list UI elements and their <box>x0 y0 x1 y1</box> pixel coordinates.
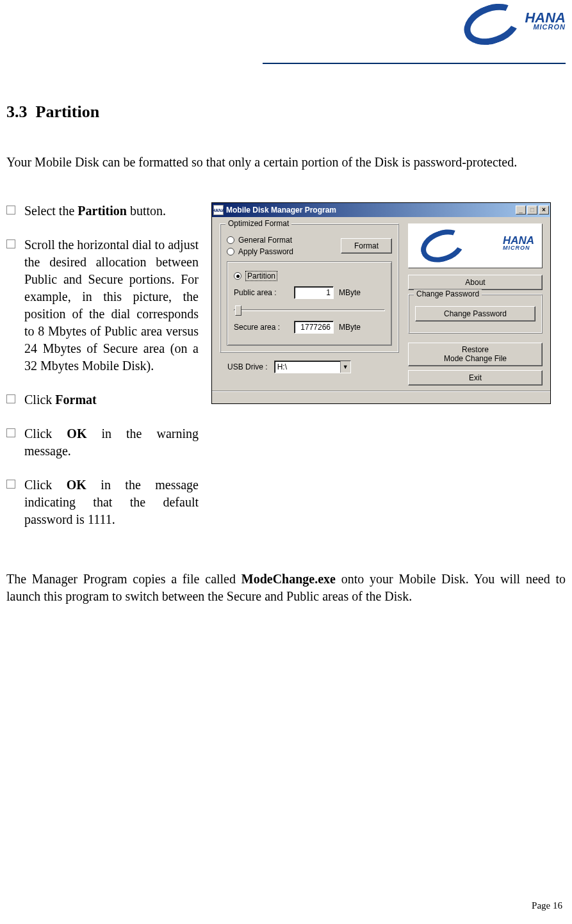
brand-logo-panel: HANA MICRON <box>408 223 543 268</box>
chevron-down-icon: ▼ <box>340 361 350 373</box>
logo-text: HANA MICRON <box>525 12 566 31</box>
general-format-radio[interactable]: General Format <box>227 236 341 245</box>
unit-label: MByte <box>339 323 361 332</box>
slider-track <box>234 309 385 311</box>
step-text: Click <box>24 393 55 407</box>
outro-bold: ModeChange.exe <box>241 572 336 586</box>
minimize-button[interactable]: _ <box>516 206 526 215</box>
page-header: HANA MICRON <box>263 0 566 64</box>
unit-label: MByte <box>339 288 361 297</box>
intro-paragraph: Your Mobile Disk can be formatted so tha… <box>6 154 566 170</box>
select-value: H:\ <box>275 361 340 373</box>
usb-drive-select[interactable]: H:\ ▼ <box>274 361 351 373</box>
radio-icon <box>227 248 234 255</box>
section-title: Partition <box>36 102 100 121</box>
radio-label: General Format <box>238 236 292 245</box>
radio-icon <box>227 236 234 244</box>
steps-list: Select the Partition button. Scroll the … <box>6 202 199 545</box>
section-heading: 3.3 Partition <box>6 102 566 122</box>
change-password-group: Change Password <box>408 294 543 334</box>
app-window: HANA Mobile Disk Manager Program _ □ × G… <box>211 202 551 404</box>
button-line: Mode Change File <box>444 354 507 363</box>
page-number: Page 16 <box>532 900 562 911</box>
step-bold: OK <box>67 426 86 441</box>
checkbox-icon <box>6 428 15 437</box>
step-bold: Format <box>55 393 96 407</box>
step-5: Click OK in the message indicating that … <box>6 476 199 528</box>
outro-text: The Manager Program copies a file called <box>6 572 241 586</box>
public-area-label: Public area : <box>234 288 289 297</box>
step-2: Scroll the horizontal dial to adjust the… <box>6 236 199 375</box>
usb-drive-label: USB Drive : <box>227 362 268 371</box>
partition-group: Partition Public area : MByte Secur <box>227 261 392 346</box>
button-line: Restore <box>462 345 489 354</box>
step-text: Click <box>24 478 67 492</box>
step-text: Scroll the horizontal dial to adjust the… <box>24 236 199 375</box>
step-4: Click OK in the warning message. <box>6 425 199 460</box>
logo-sub: MICRON <box>503 245 534 250</box>
section-number: 3.3 <box>6 102 28 121</box>
optimized-format-group: General Format Apply Password Format <box>220 223 399 353</box>
checkbox-icon <box>6 394 15 403</box>
about-button[interactable]: About <box>408 275 543 290</box>
exit-button[interactable]: Exit <box>408 370 543 385</box>
secure-area-label: Secure area : <box>234 323 289 332</box>
radio-label: Partition <box>245 271 277 281</box>
radio-icon <box>234 272 241 280</box>
checkbox-icon <box>6 480 15 489</box>
step-bold: Partition <box>78 204 127 218</box>
partition-radio[interactable]: Partition <box>234 271 385 281</box>
slider-thumb-icon[interactable] <box>235 305 241 316</box>
radio-label: Apply Password <box>238 247 293 256</box>
logo-swoosh-icon <box>458 0 525 53</box>
secure-area-input[interactable] <box>294 321 334 334</box>
status-bar <box>212 391 550 403</box>
step-bold: OK <box>67 478 86 492</box>
change-password-button[interactable]: Change Password <box>415 306 535 321</box>
logo-swoosh-icon <box>416 223 469 268</box>
maximize-button[interactable]: □ <box>527 206 537 215</box>
step-text: Select the <box>24 204 78 218</box>
format-button[interactable]: Format <box>341 238 392 254</box>
outro-paragraph: The Manager Program copies a file called… <box>6 571 566 605</box>
checkbox-icon <box>6 206 15 215</box>
window-title: Mobile Disk Manager Program <box>226 206 336 215</box>
restore-button[interactable]: Restore Mode Change File <box>408 343 543 366</box>
step-text: button. <box>127 204 166 218</box>
allocation-slider[interactable] <box>234 304 385 316</box>
step-3: Click Format <box>6 391 199 409</box>
apply-password-radio[interactable]: Apply Password <box>227 247 341 256</box>
step-1: Select the Partition button. <box>6 202 199 220</box>
close-button[interactable]: × <box>539 206 549 215</box>
public-area-input[interactable] <box>294 286 334 299</box>
checkbox-icon <box>6 239 15 248</box>
step-text: Click <box>24 426 67 441</box>
titlebar[interactable]: HANA Mobile Disk Manager Program _ □ × <box>212 203 550 217</box>
brand-logo: HANA MICRON <box>463 0 566 51</box>
app-icon: HANA <box>213 205 224 215</box>
